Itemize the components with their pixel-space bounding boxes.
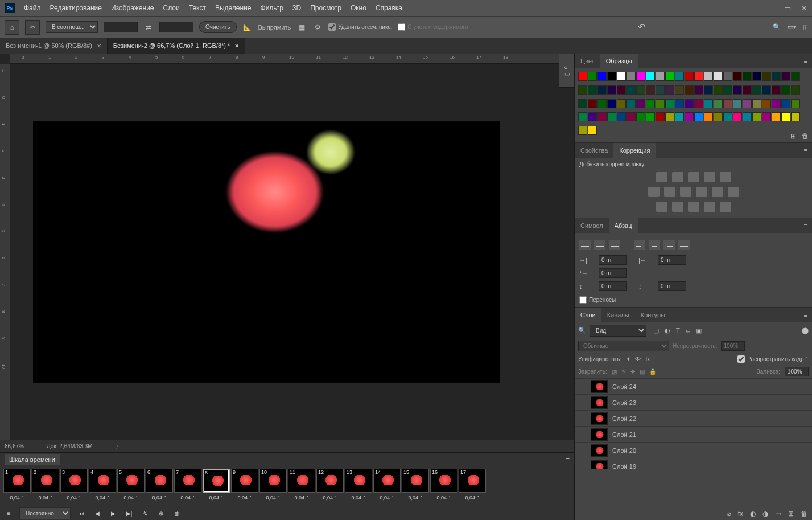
filter-adjust-icon[interactable]: ◐ — [665, 327, 670, 334]
justify-right-icon[interactable] — [663, 240, 675, 250]
swatch[interactable] — [588, 112, 597, 121]
delete-swatch-icon[interactable]: 🗑 — [802, 132, 809, 140]
layer-thumbnail[interactable] — [591, 428, 608, 441]
zoom-level[interactable]: 66,67% — [5, 443, 24, 449]
swatch[interactable] — [636, 85, 645, 95]
timeline-frame[interactable]: 120,04 ˅ — [316, 469, 344, 503]
swatch[interactable] — [588, 126, 597, 135]
new-fill-icon[interactable]: ◑ — [762, 510, 768, 518]
swatch[interactable] — [685, 112, 694, 121]
swatch[interactable] — [588, 72, 597, 81]
swatch[interactable] — [665, 85, 674, 95]
fill-input[interactable] — [785, 367, 809, 376]
layer-thumbnail[interactable] — [591, 460, 608, 470]
frame-delay[interactable]: 0,04 ˅ — [146, 493, 173, 501]
swatch[interactable] — [617, 99, 626, 108]
lock-all-icon[interactable]: 🔒 — [649, 368, 656, 375]
visibility-icon[interactable] — [578, 399, 586, 407]
frame-delay[interactable]: 0,04 ˅ — [288, 493, 315, 501]
content-aware-checkbox[interactable] — [398, 23, 405, 31]
swatch[interactable] — [578, 99, 587, 108]
photo-filter-icon[interactable] — [696, 187, 707, 197]
swatch[interactable] — [723, 72, 732, 81]
maximize-icon[interactable]: ▭ — [784, 4, 791, 13]
swatch[interactable] — [714, 72, 723, 81]
duplicate-frame-icon[interactable]: ⊕ — [156, 509, 166, 518]
link-layers-icon[interactable]: ⌀ — [727, 510, 731, 518]
lock-artboard-icon[interactable]: ▤ — [640, 368, 645, 375]
timeline-frame[interactable]: 100,04 ˅ — [259, 469, 287, 503]
swatch[interactable] — [694, 112, 703, 121]
swatch[interactable] — [646, 99, 655, 108]
timeline-frame[interactable]: 50,04 ˅ — [117, 469, 145, 503]
swatch[interactable] — [607, 85, 616, 95]
swatch[interactable] — [704, 99, 713, 108]
layer-row[interactable]: Слой 21 — [575, 426, 812, 442]
indent-first-input[interactable] — [599, 268, 627, 278]
frame-delay[interactable]: 0,04 ˅ — [231, 493, 258, 501]
swatch[interactable] — [694, 99, 703, 108]
swatch[interactable] — [762, 72, 771, 81]
swatch[interactable] — [656, 72, 665, 81]
swatch[interactable] — [626, 99, 636, 108]
propagate-checkbox[interactable] — [737, 355, 745, 363]
swatch[interactable] — [646, 112, 655, 121]
paragraph-menu-icon[interactable]: ≡ — [799, 218, 812, 233]
swatch[interactable] — [607, 72, 616, 81]
swatch[interactable] — [733, 112, 742, 121]
timeline-frame[interactable]: 60,04 ˅ — [146, 469, 173, 503]
timeline-frame[interactable]: 20,04 ˅ — [32, 469, 59, 503]
frame-delay[interactable]: 0,04 ˅ — [259, 493, 287, 501]
menu-filter[interactable]: Фильтр — [261, 4, 283, 12]
loop-select[interactable]: Постоянно — [19, 507, 71, 519]
space-before-input[interactable] — [599, 281, 627, 291]
tab-layers[interactable]: Слои — [575, 308, 601, 322]
swatch[interactable] — [656, 99, 665, 108]
layer-row[interactable]: Слой 22 — [575, 410, 812, 426]
selective-color-icon[interactable] — [720, 202, 731, 212]
swatch[interactable] — [665, 112, 674, 121]
swatch[interactable] — [675, 99, 684, 108]
posterize-icon[interactable] — [672, 202, 683, 212]
swatch[interactable] — [617, 85, 626, 95]
exposure-icon[interactable] — [704, 172, 715, 182]
swatch[interactable] — [597, 99, 607, 108]
status-arrow-icon[interactable]: 〉 — [116, 443, 121, 451]
filter-pixel-icon[interactable]: ▢ — [653, 327, 659, 334]
prev-frame-icon[interactable]: ◀ — [92, 509, 102, 518]
blend-mode-select[interactable]: Обычные — [578, 341, 669, 351]
lock-pixels-icon[interactable]: ✎ — [621, 368, 626, 375]
straighten-icon[interactable]: 📐 — [242, 22, 253, 32]
crop-tool-icon[interactable]: ✂ — [25, 20, 40, 35]
swatch[interactable] — [665, 72, 674, 81]
swatch[interactable] — [588, 85, 597, 95]
threshold-icon[interactable] — [688, 202, 699, 212]
unify-position-icon[interactable]: ✦ — [626, 356, 630, 362]
swatch[interactable] — [781, 112, 790, 121]
bw-icon[interactable] — [680, 187, 691, 197]
delete-cropped-checkbox[interactable] — [328, 23, 336, 31]
swatch[interactable] — [617, 112, 626, 121]
justify-center-icon[interactable] — [649, 240, 660, 250]
lock-position-icon[interactable]: ✥ — [630, 368, 635, 375]
swatch[interactable] — [723, 85, 732, 95]
swatch[interactable] — [723, 99, 732, 108]
brightness-icon[interactable] — [656, 172, 667, 182]
balance-icon[interactable] — [664, 187, 675, 197]
curves-icon[interactable] — [688, 172, 699, 182]
layer-thumbnail[interactable] — [591, 380, 608, 393]
frame-delay[interactable]: 0,04 ˅ — [345, 493, 372, 501]
timeline-frame[interactable]: 110,04 ˅ — [288, 469, 315, 503]
panel-collapse-toggle[interactable]: «▭ — [559, 54, 575, 88]
levels-icon[interactable] — [672, 172, 683, 182]
layer-row[interactable]: Слой 24 — [575, 378, 812, 394]
visibility-icon[interactable] — [578, 447, 586, 455]
timeline-frame[interactable]: 150,04 ˅ — [402, 469, 429, 503]
swatch[interactable] — [597, 72, 607, 81]
swap-icon[interactable]: ⇄ — [143, 22, 154, 32]
swatch[interactable] — [597, 112, 607, 121]
swatch[interactable] — [733, 72, 742, 81]
swatch[interactable] — [772, 85, 781, 95]
swatch[interactable] — [578, 72, 587, 81]
ruler-horizontal[interactable]: 0123456789101112131415161718 — [10, 54, 574, 64]
